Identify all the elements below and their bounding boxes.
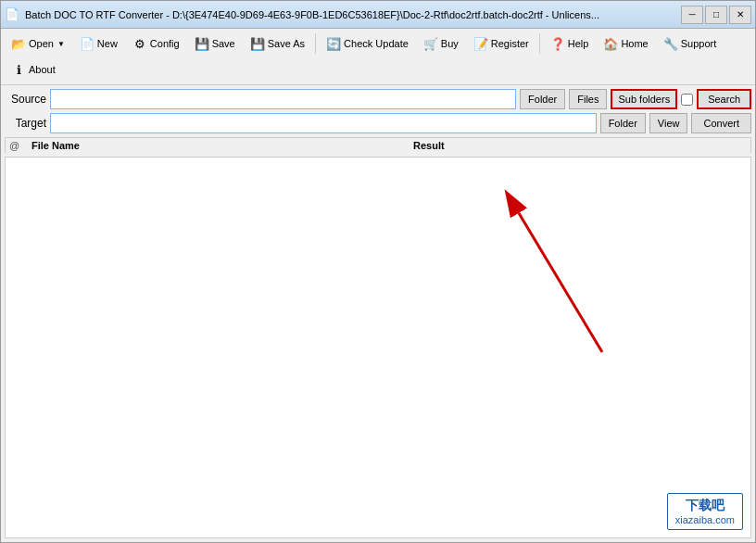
subfolders-button[interactable]: Sub folders <box>611 89 677 109</box>
convert-button[interactable]: Convert <box>691 113 751 133</box>
subfolders-checkbox[interactable] <box>681 94 693 106</box>
buy-label: Buy <box>441 38 459 49</box>
check-update-button[interactable]: 🔄 Check Update <box>320 32 415 56</box>
file-list-header: @ File Name Result <box>5 137 751 153</box>
support-label: Support <box>681 38 717 49</box>
target-input[interactable] <box>50 113 597 133</box>
save-label: Save <box>212 38 235 49</box>
about-icon: ℹ <box>11 62 26 77</box>
separator-2 <box>539 33 540 54</box>
target-folder-button[interactable]: Folder <box>600 113 646 133</box>
open-button[interactable]: 📂 Open ▼ <box>5 32 71 56</box>
new-button[interactable]: 📄 New <box>73 32 124 56</box>
col-result-header: Result <box>413 140 747 151</box>
content-area: Source Folder Files Sub folders Search T… <box>1 85 755 542</box>
register-label: Register <box>491 38 529 49</box>
col-icon-header: @ <box>9 140 28 151</box>
about-label: About <box>29 64 56 75</box>
annotation-arrow <box>491 185 676 389</box>
check-update-label: Check Update <box>344 38 409 49</box>
window-title: Batch DOC TO RTF Converter - D:\{3E474E4… <box>25 9 681 20</box>
main-window: 📄 Batch DOC TO RTF Converter - D:\{3E474… <box>0 0 756 543</box>
save-as-label: Save As <box>268 38 305 49</box>
buy-button[interactable]: 🛒 Buy <box>417 32 465 56</box>
window-controls: ─ □ ✕ <box>681 6 751 24</box>
config-label: Config <box>150 38 180 49</box>
config-button[interactable]: ⚙ Config <box>126 32 186 56</box>
about-button[interactable]: ℹ About <box>5 57 62 82</box>
check-update-icon: 🔄 <box>326 36 341 51</box>
search-button[interactable]: Search <box>697 89 751 109</box>
support-button[interactable]: 🔧 Support <box>657 32 724 56</box>
maximize-button[interactable]: □ <box>705 6 727 24</box>
svg-line-1 <box>519 213 602 352</box>
open-icon: 📂 <box>11 36 26 51</box>
home-label: Home <box>621 38 648 49</box>
help-button[interactable]: ❓ Help <box>544 32 596 56</box>
help-icon: ❓ <box>550 36 565 51</box>
col-filename-header: File Name <box>28 140 413 151</box>
file-list-body[interactable] <box>5 157 751 538</box>
open-label: Open <box>29 38 54 49</box>
save-as-button[interactable]: 💾 Save As <box>244 32 311 56</box>
open-dropdown-arrow: ▼ <box>57 40 65 48</box>
target-label: Target <box>5 117 46 130</box>
source-folder-button[interactable]: Folder <box>520 89 565 109</box>
separator-1 <box>315 33 316 54</box>
toolbar: 📂 Open ▼ 📄 New ⚙ Config 💾 Save 💾 Save As… <box>1 29 755 85</box>
subfolders-group: Sub folders Search <box>611 89 751 109</box>
app-icon: 📄 <box>5 7 19 22</box>
new-icon: 📄 <box>80 36 94 51</box>
new-label: New <box>97 38 118 49</box>
buy-icon: 🛒 <box>423 36 438 51</box>
register-button[interactable]: 📝 Register <box>467 32 536 56</box>
source-input[interactable] <box>50 89 516 109</box>
save-as-icon: 💾 <box>250 36 265 51</box>
support-icon: 🔧 <box>663 36 678 51</box>
close-button[interactable]: ✕ <box>729 6 751 24</box>
help-label: Help <box>568 38 589 49</box>
target-view-button[interactable]: View <box>649 113 688 133</box>
source-row: Source Folder Files Sub folders Search <box>5 89 751 109</box>
register-icon: 📝 <box>473 36 488 51</box>
config-icon: ⚙ <box>132 36 147 51</box>
source-label: Source <box>5 93 46 106</box>
title-bar: 📄 Batch DOC TO RTF Converter - D:\{3E474… <box>1 1 755 29</box>
home-icon: 🏠 <box>603 36 618 51</box>
save-button[interactable]: 💾 Save <box>188 32 242 56</box>
target-row: Target Folder View Convert <box>5 113 751 133</box>
save-icon: 💾 <box>195 36 209 51</box>
source-files-button[interactable]: Files <box>569 89 607 109</box>
home-button[interactable]: 🏠 Home <box>597 32 654 56</box>
minimize-button[interactable]: ─ <box>681 6 703 24</box>
